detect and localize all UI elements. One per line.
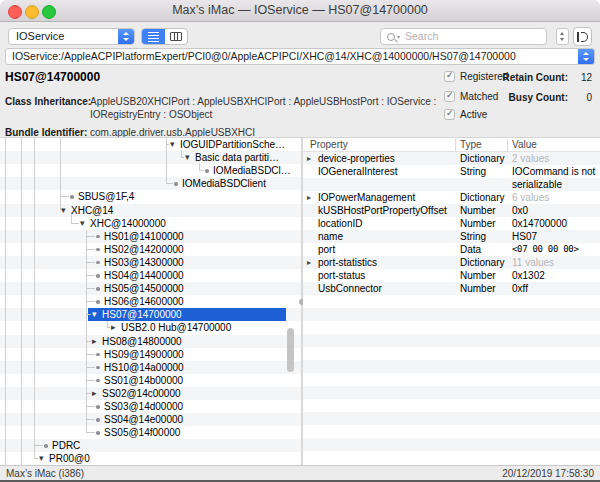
tree-row[interactable]: PDRC xyxy=(0,439,301,452)
tree-row[interactable]: ▾Basic data partiti… xyxy=(0,151,301,164)
search-history-stepper[interactable] xyxy=(556,28,569,45)
property-row[interactable]: UsbConnectorNumber0xff xyxy=(303,282,600,295)
tree-row[interactable]: HS02@14200000 xyxy=(0,243,301,256)
tree-connector-line xyxy=(86,314,91,315)
tree-node-label: HS02@14200000 xyxy=(104,243,184,257)
tree-row[interactable]: SBUS@1F,4 xyxy=(0,190,301,203)
property-value: <07 00 00 00> xyxy=(512,243,598,256)
property-name: IOGeneralInterest xyxy=(318,165,397,178)
path-combo-box[interactable]: IOService:/AppleACPIPlatformExpert/PCI0@… xyxy=(5,48,595,65)
tree-connector-line xyxy=(86,367,95,368)
tree-row[interactable]: ▸HS08@14800000 xyxy=(0,335,301,348)
disclosure-open-icon[interactable]: ▾ xyxy=(185,151,190,164)
leaf-dot-icon xyxy=(70,195,74,199)
tree-row[interactable]: ▾XHC@14000000 xyxy=(0,217,301,230)
tree-row[interactable]: ▾XHC@14 xyxy=(0,204,301,217)
popup-stepper-icon xyxy=(118,29,134,44)
disclosure-closed-icon[interactable]: ▸ xyxy=(307,256,311,269)
leaf-dot-icon xyxy=(96,405,100,409)
tree-row[interactable]: SS04@14e00000 xyxy=(0,413,301,426)
property-row[interactable]: portData<07 00 00 00> xyxy=(303,243,600,256)
close-button[interactable] xyxy=(8,5,22,19)
disclosure-closed-icon[interactable]: ▸ xyxy=(111,321,116,334)
disclosure-closed-icon[interactable]: ▸ xyxy=(92,335,97,348)
property-value: 0x0 xyxy=(512,204,598,217)
tree-row[interactable]: ▾PR00@0 xyxy=(0,452,301,465)
disclosure-open-icon[interactable]: ▾ xyxy=(39,452,44,465)
tree-row[interactable]: IOMediaBSDClient xyxy=(0,177,301,190)
property-value: 0xff xyxy=(512,282,598,295)
row-stripe xyxy=(303,386,600,399)
property-row[interactable]: locationIDNumber0x14700000 xyxy=(303,217,600,230)
property-row[interactable]: port-statusNumber0x1302 xyxy=(303,269,600,282)
class-inheritance-label: Class Inheritance: xyxy=(5,96,91,107)
disclosure-closed-icon[interactable]: ▸ xyxy=(307,152,311,165)
tree-row[interactable]: HS05@14500000 xyxy=(0,282,301,295)
property-row[interactable]: ▸device-propertiesDictionary2 values xyxy=(303,152,600,165)
tree-row[interactable]: SS05@14f00000 xyxy=(0,426,301,439)
search-scope-caret-icon[interactable]: ▾ xyxy=(397,33,400,40)
column-header-type[interactable]: Type xyxy=(460,139,482,150)
tree-connector-line xyxy=(86,393,91,394)
window-title: Max’s iMac — IOService — HS07@14700000 xyxy=(60,0,540,21)
tree-node-label: HS04@14400000 xyxy=(104,269,184,283)
tree-row[interactable]: HS03@14300000 xyxy=(0,256,301,269)
minimize-button[interactable] xyxy=(25,5,39,19)
disclosure-open-icon[interactable]: ▾ xyxy=(80,217,85,230)
search-field[interactable]: ▾ Search xyxy=(380,28,547,45)
tree-row[interactable]: ▸SS02@14c00000 xyxy=(0,387,301,400)
leaf-dot-icon xyxy=(96,418,100,422)
tree-row[interactable]: ▸USB2.0 Hub@14700000 xyxy=(0,321,301,334)
tree-row[interactable]: ▾HS07@14700000 xyxy=(0,308,301,321)
property-row[interactable]: ▸IOPowerManagementDictionary6 values xyxy=(303,191,600,204)
property-value: 0x1302 xyxy=(512,269,598,282)
row-stripe xyxy=(303,334,600,347)
zoom-button[interactable] xyxy=(42,5,56,19)
tree-node-label: PR00@0 xyxy=(49,452,90,465)
disclosure-open-icon[interactable]: ▾ xyxy=(170,138,175,151)
column-header-value[interactable]: Value xyxy=(512,139,537,150)
tree-row[interactable]: HS09@14900000 xyxy=(0,348,301,361)
plane-select-popup[interactable]: IOService xyxy=(8,28,135,45)
checkbox-active[interactable]: ✓Active xyxy=(444,109,487,120)
leaf-dot-icon xyxy=(96,248,100,252)
disclosure-open-icon[interactable]: ▾ xyxy=(92,308,97,321)
inspector-toggle-button[interactable] xyxy=(573,27,592,46)
property-type: String xyxy=(460,230,486,243)
tree-row[interactable]: HS01@14100000 xyxy=(0,230,301,243)
checkmark-icon: ✓ xyxy=(446,70,454,80)
property-type: Number xyxy=(460,282,496,295)
tree-connector-line xyxy=(86,354,95,355)
property-row[interactable]: ▸port-statisticsDictionary11 values xyxy=(303,256,600,269)
tree-row[interactable]: HS10@14a00000 xyxy=(0,361,301,374)
path-stepper-icon[interactable] xyxy=(578,49,594,64)
tree-row[interactable]: HS06@14600000 xyxy=(0,295,301,308)
disclosure-open-icon[interactable]: ▾ xyxy=(61,204,66,217)
column-separator[interactable] xyxy=(455,139,456,151)
tree-row[interactable]: SS01@14b00000 xyxy=(0,374,301,387)
tree-row[interactable]: SS03@14d00000 xyxy=(0,400,301,413)
property-row[interactable]: IOGeneralInterestStringIOCommand is not … xyxy=(303,165,600,191)
property-row[interactable]: nameStringHS07 xyxy=(303,230,600,243)
property-row[interactable]: kUSBHostPortPropertyOffsetNumber0x0 xyxy=(303,204,600,217)
tree-node-label: PDRC xyxy=(52,439,80,453)
leaf-dot-icon xyxy=(96,431,100,435)
tree-row[interactable]: HS04@14400000 xyxy=(0,269,301,282)
row-stripe xyxy=(303,308,600,321)
column-view-button[interactable] xyxy=(165,29,188,44)
tree-row[interactable]: IOMediaBSDCl… xyxy=(0,164,301,177)
tree-node-label: HS05@14500000 xyxy=(104,282,184,296)
property-value: 2 values xyxy=(512,152,598,165)
leaf-dot-icon xyxy=(96,261,100,265)
leaf-dot-icon xyxy=(96,379,100,383)
tree-connector-line xyxy=(86,301,95,302)
list-view-button[interactable] xyxy=(142,29,165,44)
disclosure-closed-icon[interactable]: ▸ xyxy=(307,191,311,204)
property-value: 11 values xyxy=(512,256,598,269)
column-separator[interactable] xyxy=(507,139,508,151)
leaf-dot-icon xyxy=(96,300,100,304)
column-header-property[interactable]: Property xyxy=(310,139,348,150)
disclosure-closed-icon[interactable]: ▸ xyxy=(92,387,97,400)
tree-row[interactable]: ▾IOGUIDPartitionSche… xyxy=(0,138,301,151)
property-value: HS07 xyxy=(512,230,598,243)
